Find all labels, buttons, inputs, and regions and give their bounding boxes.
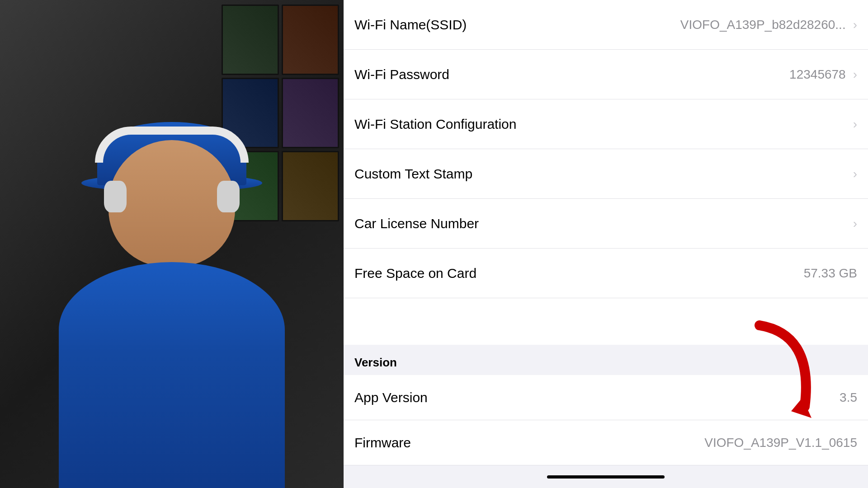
chevron-icon: › <box>853 167 857 181</box>
settings-item-app-version: App Version 3.5 <box>344 375 868 420</box>
custom-text-stamp-right: › <box>853 167 857 181</box>
wifi-station-label: Wi-Fi Station Configuration <box>354 117 516 132</box>
wifi-password-label: Wi-Fi Password <box>354 67 449 82</box>
settings-item-car-license[interactable]: Car License Number › <box>344 199 868 249</box>
person <box>41 104 303 488</box>
wifi-station-right: › <box>853 117 857 131</box>
settings-item-firmware: Firmware VIOFO_A139P_V1.1_0615 <box>344 420 868 465</box>
chevron-icon: › <box>853 18 857 32</box>
headphones-band <box>95 127 249 163</box>
settings-item-wifi-password[interactable]: Wi-Fi Password 12345678 › <box>344 50 868 99</box>
free-space-label: Free Space on Card <box>354 266 476 281</box>
settings-list: Wi-Fi Name(SSID) VIOFO_A139P_b82d28260..… <box>344 0 868 345</box>
chevron-icon: › <box>853 67 857 82</box>
firmware-value: VIOFO_A139P_V1.1_0615 <box>704 436 857 450</box>
wifi-name-value: VIOFO_A139P_b82d28260... <box>680 18 846 32</box>
wall-frame <box>282 5 339 75</box>
settings-item-custom-text-stamp[interactable]: Custom Text Stamp › <box>344 149 868 199</box>
free-space-value: 57.33 GB <box>804 266 857 281</box>
settings-item-wifi-name[interactable]: Wi-Fi Name(SSID) VIOFO_A139P_b82d28260..… <box>344 0 868 50</box>
home-bar <box>547 475 665 479</box>
app-version-value: 3.5 <box>840 390 857 405</box>
headphones-left-cup <box>104 181 127 212</box>
settings-panel: Wi-Fi Name(SSID) VIOFO_A139P_b82d28260..… <box>344 0 868 488</box>
wifi-name-label: Wi-Fi Name(SSID) <box>354 17 467 33</box>
version-header: Version <box>344 345 868 375</box>
car-license-label: Car License Number <box>354 216 479 231</box>
chevron-icon: › <box>853 117 857 131</box>
version-header-text: Version <box>354 356 397 369</box>
video-panel <box>0 0 344 488</box>
svg-marker-0 <box>791 398 811 418</box>
app-version-label: App Version <box>354 390 428 405</box>
app-version-right: 3.5 <box>840 390 857 405</box>
home-indicator <box>344 465 868 488</box>
wall-frame <box>222 5 279 75</box>
version-section: App Version 3.5 Firmware VIOFO_A139P_V1.… <box>344 375 868 465</box>
wifi-password-value: 12345678 <box>789 67 846 82</box>
settings-item-wifi-station[interactable]: Wi-Fi Station Configuration › <box>344 99 868 149</box>
chevron-icon: › <box>853 216 857 231</box>
car-license-right: › <box>853 216 857 231</box>
free-space-right: 57.33 GB <box>804 266 857 281</box>
firmware-label: Firmware <box>354 435 411 450</box>
shirt <box>59 262 285 488</box>
headphones-right-cup <box>217 181 240 212</box>
settings-item-free-space: Free Space on Card 57.33 GB <box>344 249 868 298</box>
wifi-name-right: VIOFO_A139P_b82d28260... › <box>680 18 857 32</box>
custom-text-stamp-label: Custom Text Stamp <box>354 166 472 182</box>
wifi-password-right: 12345678 › <box>789 67 857 82</box>
